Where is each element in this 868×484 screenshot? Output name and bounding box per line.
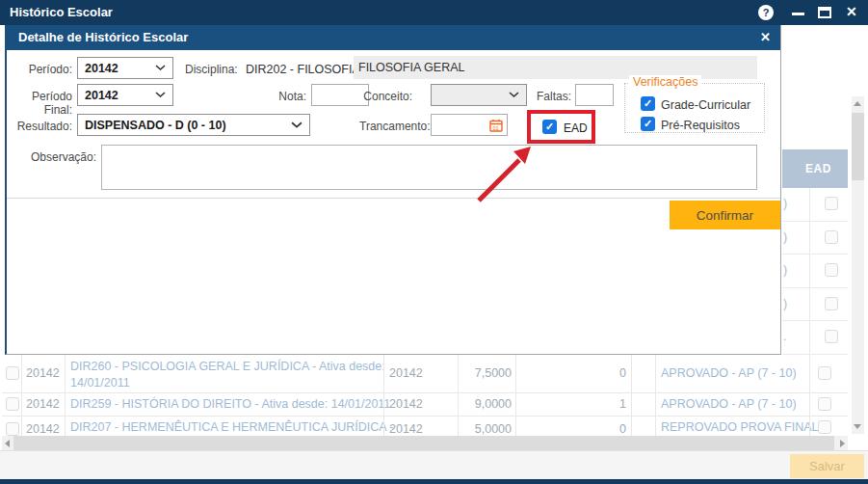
column-divider — [21, 355, 22, 436]
horizontal-scrollbar[interactable] — [2, 436, 848, 450]
nota-label: Nota: — [249, 90, 306, 103]
calendar-icon[interactable]: 01 — [488, 118, 504, 133]
restore-window-icon[interactable] — [818, 7, 831, 18]
disciplina-label: Disciplina: — [185, 63, 238, 76]
cell-period: 20142 — [26, 366, 60, 380]
scroll-left-icon[interactable] — [5, 440, 10, 447]
column-divider — [515, 355, 516, 436]
ead-checkbox[interactable] — [825, 197, 838, 210]
horizontal-scrollbar-thumb[interactable] — [13, 436, 834, 450]
vertical-scrollbar-thumb[interactable] — [852, 113, 864, 180]
cell-period-final: 20142 — [389, 397, 423, 411]
conceito-label: Conceito: — [355, 90, 412, 103]
column-divider — [383, 355, 384, 436]
scroll-right-icon[interactable] — [840, 440, 845, 447]
grade-curricular-label: Grade-Curricular — [661, 98, 750, 112]
ead-checkbox[interactable] — [825, 230, 838, 244]
grade-curricular-checkbox[interactable]: ✓ — [641, 96, 655, 111]
ead-column-label: EAD — [805, 162, 831, 175]
ead-label: EAD — [564, 121, 588, 135]
ead-checkbox[interactable] — [825, 330, 838, 343]
row-fragment: . — [783, 330, 786, 343]
row-fragment: ) — [783, 197, 787, 210]
cell-grade: 7,5000 — [458, 366, 512, 380]
cell-discipline: DIR260 - PSICOLOGIA GERAL E JURÍDICA - A… — [70, 359, 388, 391]
dialog-title-bar: Detalhe de Histórico Escolar ✕ — [7, 25, 780, 50]
chevron-down-icon — [155, 65, 166, 71]
scroll-down-icon[interactable] — [854, 424, 861, 429]
faltas-label: Faltas: — [523, 90, 571, 103]
cell-grade: 5,0000 — [458, 422, 512, 436]
minimize-icon[interactable] — [792, 13, 804, 15]
window-title-bar: Histórico Escolar ? ✕ — [0, 0, 868, 25]
close-dialog-icon[interactable]: ✕ — [760, 30, 771, 44]
row-select-checkbox[interactable] — [6, 397, 19, 411]
help-icon[interactable]: ? — [758, 5, 774, 20]
svg-text:01: 01 — [493, 125, 499, 131]
table-row: ) — [782, 255, 848, 288]
column-divider — [631, 355, 632, 436]
ead-checkbox[interactable] — [825, 297, 838, 310]
pre-requisitos-label: Pré-Requisitos — [661, 119, 740, 132]
cell-result: REPROVADO PROVA FINAL — [661, 420, 818, 434]
scroll-up-icon[interactable] — [854, 101, 861, 106]
column-divider — [809, 355, 810, 436]
cell-discipline: DIR207 - HERMENÊUTICA E HERMENÊUTICA JUR… — [70, 420, 388, 434]
periodo-final-select[interactable]: 20142 — [77, 84, 173, 106]
trancamento-input[interactable]: 01 — [431, 114, 508, 136]
column-divider — [458, 355, 459, 436]
footer-bar: Salvar — [0, 450, 868, 479]
column-divider — [655, 355, 656, 436]
save-button[interactable]: Salvar — [790, 454, 864, 478]
trancamento-label: Trancamento: — [359, 120, 427, 133]
cell-result: APROVADO - AP (7 - 10) — [661, 366, 797, 380]
table-row: ) — [782, 222, 848, 255]
row-select-checkbox[interactable] — [6, 422, 19, 436]
column-divider — [65, 355, 66, 436]
pre-requisitos-checkbox[interactable]: ✓ — [641, 117, 655, 131]
ead-checkbox[interactable]: ✓ — [542, 120, 557, 134]
cell-period: 20142 — [26, 422, 60, 436]
row-fragment: ) — [783, 263, 787, 277]
cell-absences: 0 — [578, 422, 626, 436]
detail-dialog: Detalhe de Histórico Escolar ✕ Período: … — [5, 25, 781, 355]
resultado-label: Resultado: — [16, 120, 72, 133]
ead-checkbox[interactable] — [818, 397, 831, 411]
column-divider — [809, 188, 810, 355]
chevron-down-icon — [509, 92, 519, 98]
ead-checkbox[interactable] — [818, 366, 831, 380]
close-window-icon[interactable]: ✕ — [846, 4, 857, 19]
table-header-ead: EAD — [782, 149, 848, 188]
resultado-value: DISPENSADO - D (0 - 10) — [85, 119, 226, 132]
ead-checkbox[interactable] — [818, 420, 831, 434]
table-row: ) — [782, 288, 848, 322]
periodo-final-value: 20142 — [85, 89, 118, 102]
conceito-select[interactable] — [431, 84, 527, 106]
history-table: 20142 DIR260 - PSICOLOGIA GERAL E JURÍDI… — [0, 355, 848, 436]
periodo-value: 20142 — [85, 62, 118, 75]
faltas-input[interactable] — [575, 84, 614, 106]
cell-absences: 0 — [578, 366, 626, 380]
window-bottom-edge — [0, 479, 868, 484]
periodo-select[interactable]: 20142 — [77, 57, 173, 79]
periodo-label: Período: — [16, 63, 72, 76]
cell-grade: 9,0000 — [458, 397, 512, 411]
row-fragment: ) — [783, 230, 787, 244]
confirm-button[interactable]: Confirmar — [670, 201, 780, 229]
cell-period-final: 20142 — [389, 422, 423, 436]
chevron-down-icon — [291, 121, 302, 129]
row-divider — [2, 392, 848, 393]
cell-discipline: DIR259 - HISTÓRIA DO DIREITO - Ativa des… — [70, 397, 388, 411]
verificacoes-title: Verificações — [629, 75, 701, 89]
ead-checkbox[interactable] — [825, 263, 838, 277]
resultado-select[interactable]: DISPENSADO - D (0 - 10) — [77, 114, 310, 136]
vertical-scrollbar[interactable] — [852, 96, 864, 434]
observacao-label: Observação: — [29, 150, 96, 164]
cell-result: APROVADO - AP (7 - 10) — [661, 397, 797, 411]
table-row: . — [782, 321, 848, 355]
row-fragment: ) — [783, 297, 787, 310]
row-select-checkbox[interactable] — [6, 366, 19, 380]
cell-period-final: 20142 — [389, 366, 423, 380]
observacao-textarea[interactable] — [101, 145, 757, 190]
cell-absences: 1 — [578, 397, 626, 411]
